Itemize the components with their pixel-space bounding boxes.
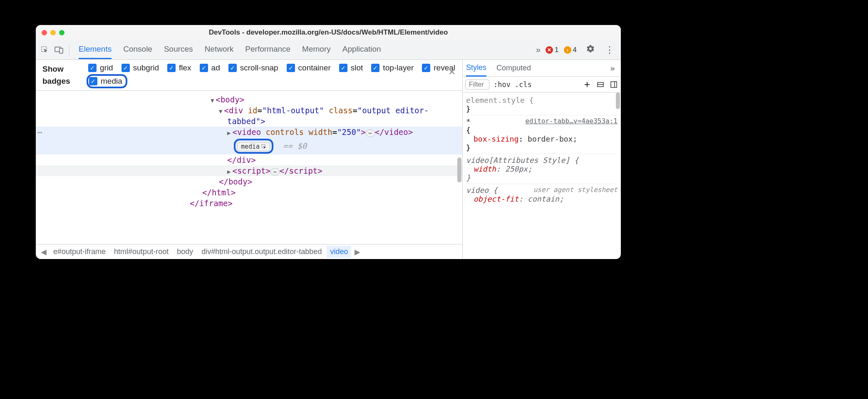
scrollbar-thumb[interactable] (457, 157, 461, 182)
checkbox-icon: ✓ (88, 64, 97, 72)
badge-grid[interactable]: ✓grid (88, 63, 113, 72)
tab-console[interactable]: Console (123, 40, 152, 59)
minimize-window-button[interactable] (50, 30, 56, 35)
style-rule-ua[interactable]: video {user agent stylesheet object-fit:… (466, 184, 618, 205)
settings-icon[interactable] (582, 44, 599, 56)
checkbox-icon: ✓ (422, 64, 430, 72)
window-title: DevTools - developer.mozilla.org/en-US/d… (36, 28, 621, 37)
dom-node-div[interactable]: ▼<div id="html-output" class="output edi… (36, 105, 462, 116)
styles-toolbar: :hov .cls (463, 77, 621, 92)
checkbox-icon: ✓ (89, 77, 97, 85)
dom-scrollbar[interactable] (456, 91, 462, 244)
ellipsis-icon[interactable]: ⋯ (37, 127, 42, 137)
badge-container[interactable]: ✓container (287, 63, 331, 72)
titlebar: DevTools - developer.mozilla.org/en-US/d… (36, 25, 621, 40)
badge-subgrid[interactable]: ✓subgrid (122, 63, 159, 72)
dom-node-div-close[interactable]: </div> (36, 155, 462, 165)
device-toolbar-icon[interactable] (53, 44, 65, 56)
dom-node-video[interactable]: ⋯ ▶<video controls width="250">⋯</video> (36, 127, 462, 138)
cls-toggle[interactable]: .cls (515, 80, 532, 89)
tab-application[interactable]: Application (342, 40, 381, 59)
tab-sources[interactable]: Sources (164, 40, 193, 59)
dom-node-body[interactable]: ▼<body> (36, 94, 462, 105)
svg-rect-2 (60, 48, 63, 53)
checkbox-icon: ✓ (228, 64, 237, 72)
badges-list: ✓grid ✓subgrid ✓flex ✓ad ✓scroll-snap ✓c… (88, 63, 456, 87)
collapsed-content-icon[interactable]: ⋯ (270, 168, 280, 176)
dom-node-iframe-close[interactable]: </iframe> (36, 198, 462, 209)
close-badges-icon[interactable]: ✕ (448, 67, 456, 77)
scrollbar-thumb[interactable] (616, 92, 620, 109)
flexbox-editor-icon[interactable] (596, 80, 605, 89)
tab-computed[interactable]: Computed (496, 60, 531, 76)
tab-performance[interactable]: Performance (245, 40, 290, 59)
new-style-rule-icon[interactable] (583, 80, 592, 89)
dom-tree[interactable]: ▼<body> ▼<div id="html-output" class="ou… (36, 91, 462, 244)
styles-filter-input[interactable] (465, 80, 489, 90)
svg-rect-4 (567, 51, 568, 52)
devtools-window: DevTools - developer.mozilla.org/en-US/d… (36, 25, 621, 259)
media-badge-pill[interactable]: media (237, 142, 270, 151)
badge-top-layer[interactable]: ✓top-layer (371, 63, 414, 72)
dom-node-html-close[interactable]: </html> (36, 187, 462, 198)
styles-scrollbar[interactable] (615, 92, 621, 259)
toggle-sidebar-icon[interactable] (609, 80, 618, 89)
breadcrumb-item[interactable]: body (174, 246, 196, 258)
styles-rules[interactable]: element.style { } * editor-tabb…v=4ae353… (463, 92, 621, 259)
checkbox-icon: ✓ (122, 64, 130, 72)
collapsed-content-icon[interactable]: ⋯ (366, 130, 375, 137)
inspect-element-icon[interactable] (39, 44, 51, 56)
more-styles-tabs-icon[interactable]: » (608, 63, 618, 73)
checkbox-icon: ✓ (371, 64, 379, 72)
svg-rect-8 (611, 82, 617, 87)
error-count[interactable]: ✕ 1 (546, 46, 558, 54)
breadcrumb: ◀ e#output-iframe html#output-root body … (36, 244, 462, 259)
style-rule[interactable]: * editor-tabb…v=4ae353a:1 { box-sizing: … (466, 115, 618, 154)
checkbox-icon: ✓ (287, 64, 295, 72)
breadcrumb-item[interactable]: e#output-iframe (50, 246, 109, 258)
checkbox-icon: ✓ (200, 64, 208, 72)
ua-stylesheet-label: user agent stylesheet (533, 186, 618, 194)
more-options-icon[interactable]: ⋮ (602, 45, 618, 55)
badge-media[interactable]: ✓media (89, 77, 122, 86)
style-rule-attributes[interactable]: video[Attributes Style] { width: 250px; … (466, 154, 618, 184)
elements-panel: Show badges ✓grid ✓subgrid ✓flex ✓ad ✓sc… (36, 60, 463, 259)
main-tabs-row: Elements Console Sources Network Perform… (36, 40, 621, 60)
maximize-window-button[interactable] (59, 30, 64, 35)
badge-ad[interactable]: ✓ad (200, 63, 220, 72)
main-tabs: Elements Console Sources Network Perform… (79, 40, 531, 59)
highlight-media-badge: ✓media (87, 74, 127, 88)
show-badges-bar: Show badges ✓grid ✓subgrid ✓flex ✓ad ✓sc… (36, 60, 462, 91)
dom-node-script[interactable]: ▶<script>⋯</script> (36, 165, 462, 177)
breadcrumb-item[interactable]: div#html-output.output.editor-tabbed (198, 246, 325, 258)
source-link[interactable]: editor-tabb…v=4ae353a:1 (525, 117, 618, 125)
more-tabs-icon[interactable]: » (533, 45, 543, 55)
divider (69, 44, 69, 56)
warning-count[interactable]: 4 (564, 46, 577, 54)
styles-tabs: Styles Computed » (463, 60, 621, 77)
breadcrumb-scroll-right-icon[interactable]: ▶ (353, 247, 362, 257)
highlight-media-pill: media (234, 139, 273, 154)
dom-node-video-badge[interactable]: media == $0 (36, 138, 462, 155)
element-style-rule[interactable]: element.style { } (466, 94, 618, 115)
close-window-button[interactable] (42, 30, 47, 35)
breadcrumb-scroll-left-icon[interactable]: ◀ (39, 247, 48, 257)
tab-elements[interactable]: Elements (79, 40, 112, 59)
dom-node-div-cont[interactable]: tabbed"> (36, 116, 462, 127)
badge-flex[interactable]: ✓flex (167, 63, 191, 72)
warning-icon (564, 46, 571, 54)
badge-scroll-snap[interactable]: ✓scroll-snap (228, 63, 278, 72)
traffic-lights (42, 30, 64, 35)
dom-node-body-close[interactable]: </body> (36, 176, 462, 187)
breadcrumb-item[interactable]: html#output-root (111, 246, 172, 258)
badges-label: Show badges (42, 63, 88, 87)
tab-network[interactable]: Network (205, 40, 234, 59)
badge-slot[interactable]: ✓slot (339, 63, 363, 72)
hov-toggle[interactable]: :hov (494, 80, 511, 89)
content-area: Show badges ✓grid ✓subgrid ✓flex ✓ad ✓sc… (36, 60, 621, 259)
error-icon: ✕ (546, 46, 553, 54)
breadcrumb-item-selected[interactable]: video (327, 246, 351, 258)
tab-memory[interactable]: Memory (302, 40, 331, 59)
error-count-value: 1 (555, 46, 558, 54)
tab-styles[interactable]: Styles (466, 60, 486, 77)
